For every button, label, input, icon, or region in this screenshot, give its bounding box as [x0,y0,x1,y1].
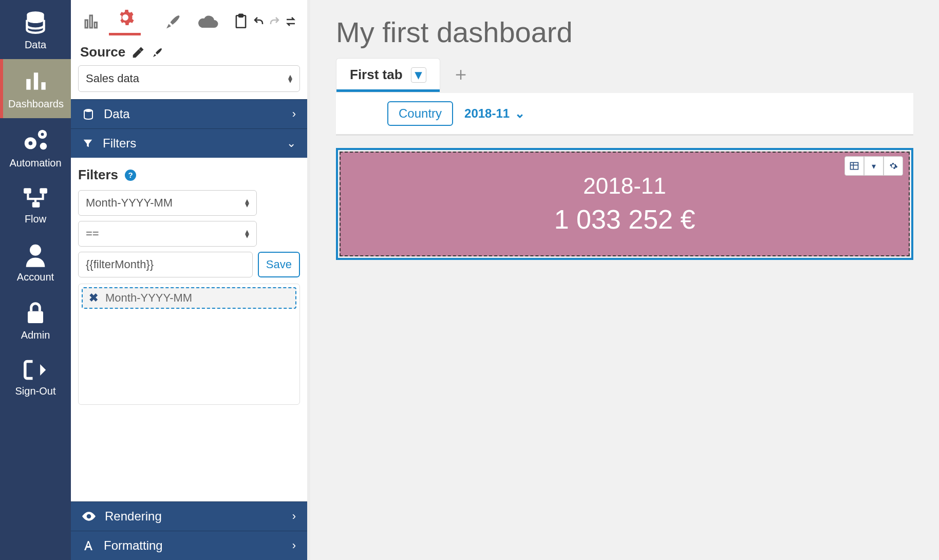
nav-item-signout[interactable]: Sign-Out [0,349,71,405]
tab-bar: First tab ▾ ＋ [310,58,939,90]
svg-point-12 [30,245,41,256]
filters-body: Filters ? Month-YYYY-MM ▴▾ == ▴▾ {{filte… [71,158,307,410]
eye-icon [82,511,96,521]
toolbar-cloud-icon[interactable] [197,12,219,31]
tile-dropdown-icon[interactable]: ▾ [864,156,884,176]
toolbar-undo-icon[interactable] [253,15,265,28]
font-icon [82,539,95,552]
nav-sidebar: Data Dashboards Automation Flow Account … [0,0,71,560]
toolbar-chart-icon[interactable] [82,12,101,31]
accordion-rendering[interactable]: Rendering › [71,501,307,531]
tile-toolbar: ▾ [844,156,903,176]
toolbar-swap-icon[interactable] [285,15,297,28]
nav-item-flow[interactable]: Flow [0,177,71,233]
panel-toolbar [71,0,307,37]
add-tab-button[interactable]: ＋ [452,62,470,87]
filter-operator-value: == [86,227,99,240]
nav-label-flow: Flow [25,213,46,225]
edit-source-icon[interactable] [132,46,145,59]
nav-item-admin[interactable]: Admin [0,291,71,349]
filter-operator-select[interactable]: == ▴▾ [78,221,257,247]
tab-first[interactable]: First tab ▾ [336,58,440,90]
svg-rect-10 [40,188,47,193]
caret-updown-icon: ▴▾ [245,230,249,238]
filter-chip[interactable]: ✖ Month-YYYY-MM [82,287,296,309]
dashboard-title: My first dashboard [310,0,939,58]
chevron-down-icon: ⌄ [515,106,525,121]
signout-icon [23,359,48,381]
svg-point-19 [84,109,92,112]
tab-dropdown-icon[interactable]: ▾ [411,67,426,83]
remove-chip-icon[interactable]: ✖ [89,291,98,305]
tile-gear-icon[interactable] [884,156,903,176]
filter-month-value: 2018-11 [464,106,510,121]
svg-rect-1 [26,79,30,90]
svg-rect-9 [24,188,31,193]
chevron-down-icon: ⌄ [287,137,296,150]
svg-rect-14 [85,20,88,28]
svg-rect-16 [95,23,97,28]
nav-label-account: Account [17,271,54,283]
source-label: Source [80,44,125,60]
filter-chip-label: Month-YYYY-MM [105,291,192,305]
filter-chip-box: ✖ Month-YYYY-MM [78,284,300,405]
svg-point-8 [40,143,47,150]
tab-label: First tab [350,67,403,83]
chevron-right-icon: › [292,107,296,121]
config-panel: Source Sales data ▴▾ Data › Filters ⌄ Fi… [71,0,310,560]
nav-label-automation: Automation [9,157,61,169]
filter-country-pill[interactable]: Country [387,101,453,126]
svg-rect-22 [851,162,858,169]
filter-month-dropdown[interactable]: 2018-11 ⌄ [464,106,525,121]
nav-label-data: Data [25,39,46,50]
source-select[interactable]: Sales data ▴▾ [78,65,300,92]
brush-source-icon[interactable] [151,46,163,59]
user-icon [24,242,47,267]
accordion-formatting-label: Formatting [104,538,163,553]
nav-label-admin: Admin [21,329,50,341]
caret-updown-icon: ▴▾ [288,74,292,83]
chart-icon [23,68,49,94]
caret-updown-icon: ▴▾ [245,199,249,207]
nav-item-dashboards[interactable]: Dashboards [0,59,71,118]
toolbar-brush-icon[interactable] [163,12,182,31]
accordion-data-label: Data [104,107,130,121]
source-value: Sales data [86,72,139,85]
kpi-tile-content: 2018-11 1 033 252 € [340,152,910,256]
chevron-right-icon: › [292,510,296,523]
filters-title: Filters [78,167,118,183]
kpi-tile[interactable]: 2018-11 1 033 252 € ▾ [336,148,913,260]
save-filter-button[interactable]: Save [258,252,300,277]
filter-icon [82,138,93,149]
svg-point-5 [29,141,33,145]
svg-point-7 [41,133,44,136]
svg-rect-2 [34,72,38,89]
flow-icon [23,186,48,209]
accordion-formatting[interactable]: Formatting › [71,531,307,560]
toolbar-redo-icon[interactable] [268,15,280,28]
accordion-filters[interactable]: Filters ⌄ [71,128,307,158]
gears-icon [22,127,49,153]
nav-item-data[interactable]: Data [0,0,71,59]
toolbar-clipboard-icon[interactable] [234,13,248,30]
accordion-rendering-label: Rendering [105,509,162,524]
help-icon[interactable]: ? [124,169,137,181]
svg-rect-18 [239,14,243,17]
svg-rect-13 [28,311,43,323]
nav-item-automation[interactable]: Automation [0,118,71,177]
filter-column-select[interactable]: Month-YYYY-MM ▴▾ [78,190,257,216]
chevron-right-icon: › [292,539,296,552]
lock-icon [25,301,46,325]
toolbar-gear-icon[interactable] [116,8,148,35]
filter-column-value: Month-YYYY-MM [86,196,173,210]
tile-period: 2018-11 [583,173,666,199]
svg-rect-3 [41,82,45,90]
source-title-row: Source [71,37,307,65]
main-canvas: My first dashboard First tab ▾ ＋ Country… [310,0,939,560]
tile-table-icon[interactable] [844,156,864,176]
database-icon [82,108,95,120]
accordion-data[interactable]: Data › [71,99,307,128]
svg-rect-15 [90,15,92,28]
nav-item-account[interactable]: Account [0,233,71,291]
filter-value-input[interactable]: {{filterMonth}} [78,252,253,277]
